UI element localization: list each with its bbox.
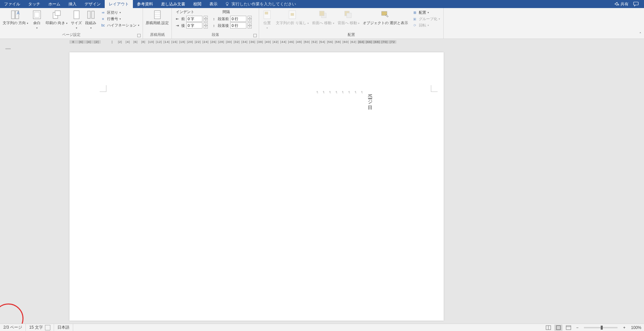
- line-numbers-icon: ≡: [100, 16, 106, 21]
- page-body-text[interactable]: 三ページ目 ↵ ↵ ↵ ↵ ↵ ↵ ↵ ↵: [315, 91, 373, 102]
- paragraph-mark: ↵: [354, 91, 357, 102]
- ruler-tick: |6|: [132, 40, 140, 44]
- bring-forward-icon: [318, 10, 328, 20]
- indent-right-icon: ⇥: [175, 23, 180, 28]
- ruler-tick: |4|: [85, 40, 93, 44]
- wrap-text-button: 文字列の折 り返し ▾: [275, 9, 310, 26]
- read-mode-icon: [546, 325, 551, 330]
- ruler-tick: |48|: [295, 40, 303, 44]
- ruler-tick: |70|: [381, 40, 389, 44]
- tab-view[interactable]: 表示: [205, 0, 221, 8]
- spacing-before-input[interactable]: [230, 16, 246, 22]
- status-word-count[interactable]: 15 文字: [26, 324, 54, 331]
- status-page[interactable]: 2/3 ページ: [0, 324, 26, 331]
- breaks-button[interactable]: ⥤区切り ▾: [99, 9, 141, 15]
- zoom-in-button[interactable]: +: [622, 325, 627, 330]
- selection-pane-button[interactable]: オブジェクトの 選択と表示: [361, 9, 409, 26]
- selection-pane-icon: [380, 10, 390, 20]
- status-language[interactable]: 日本語: [54, 324, 73, 331]
- orientation-button[interactable]: 印刷の 向き ▾: [44, 9, 69, 26]
- group-arrange-label: 配置: [260, 32, 442, 39]
- zoom-slider[interactable]: [584, 327, 617, 328]
- proofing-icon[interactable]: [45, 325, 50, 330]
- spacing-before-down[interactable]: ▾: [248, 19, 252, 22]
- svg-rect-1: [634, 2, 638, 5]
- spacing-after-down[interactable]: ▾: [248, 25, 252, 29]
- text-direction-button[interactable]: A 文字列の 方向 ▾: [1, 9, 30, 26]
- group-paragraph-label: 段落: [212, 33, 219, 37]
- annotation-red-circle: [0, 304, 23, 324]
- status-bar: 2/3 ページ 15 文字 日本語 − + 100%: [0, 324, 644, 331]
- hyphenation-button[interactable]: bcハイフネーション ▾: [99, 22, 141, 28]
- group-icon: ▣: [412, 16, 417, 21]
- tab-layout[interactable]: レイアウト: [105, 0, 133, 8]
- line-numbers-button[interactable]: ≡行番号 ▾: [99, 16, 141, 22]
- print-layout-icon: [556, 325, 561, 330]
- wrap-text-label: 文字列の折 り返し: [276, 21, 306, 25]
- ruler-tick: |60|: [342, 40, 350, 44]
- tab-reference[interactable]: 参考資料: [133, 0, 157, 8]
- comment-icon[interactable]: [633, 1, 639, 7]
- indent-left-input[interactable]: [186, 16, 202, 22]
- ruler-tick: |14|: [163, 40, 170, 44]
- group-manuscript: 原稿用紙 設定 原稿用紙: [143, 8, 172, 39]
- spacing-header: 間隔: [221, 9, 231, 15]
- margin-corner-tl: [100, 85, 106, 92]
- tab-touch[interactable]: タッチ: [24, 0, 44, 8]
- indent-right-up[interactable]: ▴: [204, 22, 208, 25]
- page[interactable]: 三ページ目 ↵ ↵ ↵ ↵ ↵ ↵ ↵ ↵: [69, 52, 444, 321]
- collapse-ribbon-button[interactable]: ˄: [639, 32, 641, 37]
- columns-button[interactable]: 段組み▾: [84, 9, 98, 31]
- size-button[interactable]: サイズ▾: [69, 9, 83, 31]
- tab-mailings[interactable]: 差し込み文書: [157, 0, 189, 8]
- margins-label: 余白: [33, 21, 41, 25]
- line-numbers-label: 行番号: [107, 16, 118, 21]
- document-area[interactable]: 三ページ目 ↵ ↵ ↵ ↵ ↵ ↵ ↵ ↵: [0, 45, 644, 324]
- status-word-count-label: 15 文字: [29, 325, 43, 330]
- page-setup-launcher[interactable]: [137, 34, 141, 37]
- svg-rect-2: [11, 11, 15, 19]
- group-objects-button: ▣グループ化 ▾: [411, 16, 441, 22]
- print-layout-button[interactable]: [554, 325, 562, 331]
- ruler-tick: |36|: [248, 40, 256, 44]
- paragraph-mark: ↵: [360, 91, 364, 102]
- indent-left-icon: ⇤: [175, 16, 180, 21]
- vertical-ruler-mark: [5, 48, 11, 49]
- indent-right-input[interactable]: [186, 22, 202, 29]
- align-button[interactable]: ⊞配置 ▾: [411, 9, 441, 15]
- margins-button[interactable]: 余白▾: [30, 9, 44, 31]
- zoom-out-button[interactable]: −: [575, 325, 580, 330]
- size-label: サイズ: [71, 21, 82, 25]
- zoom-slider-thumb[interactable]: [601, 326, 603, 330]
- indent-left-down[interactable]: ▾: [204, 19, 208, 22]
- ruler-tick: |26|: [209, 40, 217, 44]
- web-layout-button[interactable]: [564, 325, 573, 331]
- spacing-after-up[interactable]: ▴: [248, 22, 252, 25]
- tab-file[interactable]: ファイル: [0, 0, 24, 8]
- group-arrange: 位置▾ 文字列の折 り返し ▾ 前面へ 移動 ▾ 背面へ 移動 ▾ オブジェクト…: [259, 8, 443, 39]
- margins-icon: [32, 10, 42, 20]
- indent-right-down[interactable]: ▾: [204, 25, 208, 29]
- share-label: 共有: [621, 1, 629, 7]
- spacing-before-up[interactable]: ▴: [248, 16, 252, 19]
- svg-point-0: [226, 2, 229, 5]
- tell-me-search[interactable]: 実行したい作業を入力してください: [221, 0, 299, 8]
- position-button: 位置▾: [260, 9, 274, 31]
- indent-left-up[interactable]: ▴: [204, 16, 208, 19]
- manuscript-settings-button[interactable]: 原稿用紙 設定: [144, 9, 170, 26]
- share-button[interactable]: 共有: [614, 1, 629, 7]
- paragraph-launcher[interactable]: [253, 34, 257, 37]
- share-icon: [614, 1, 619, 7]
- zoom-level[interactable]: 100%: [631, 325, 641, 330]
- horizontal-ruler[interactable]: 8|6||4||2|||2||4||6||8||10||12||14||16||…: [0, 39, 644, 45]
- ruler-tick: |4|: [124, 40, 132, 44]
- spacing-after-label: 段落後: [218, 23, 229, 28]
- tab-home[interactable]: ホーム: [44, 0, 64, 8]
- read-mode-button[interactable]: [544, 325, 552, 331]
- tab-design[interactable]: デザイン: [81, 0, 105, 8]
- tab-review[interactable]: 校閲: [189, 0, 205, 8]
- rotate-icon: ⟳: [412, 22, 417, 28]
- svg-rect-8: [55, 11, 60, 15]
- spacing-after-input[interactable]: [230, 22, 246, 29]
- tab-insert[interactable]: 挿入: [64, 0, 81, 8]
